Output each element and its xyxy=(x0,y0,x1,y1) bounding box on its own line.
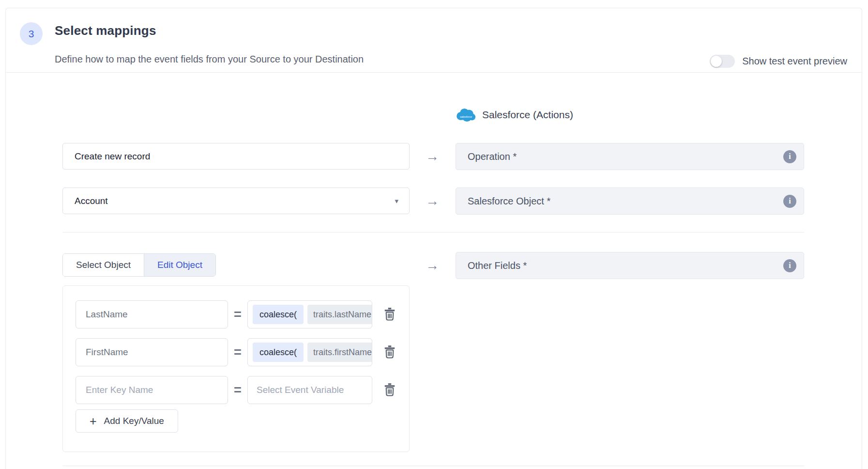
kv-row-empty: = xyxy=(63,376,409,404)
toggle-knob xyxy=(711,56,722,67)
mapping-arrow-icon: → xyxy=(420,149,444,164)
delete-row-button[interactable] xyxy=(382,307,397,322)
test-event-preview-toggle-row: Show test event preview xyxy=(710,55,847,68)
chevron-down-icon: ▾ xyxy=(395,197,398,205)
mappings-card: 3 Select mappings Define how to map the … xyxy=(5,8,862,469)
key-value-editor-panel: = coalesce( traits.lastName = coalesce( … xyxy=(62,285,410,452)
kv-row-firstname: = coalesce( traits.firstName xyxy=(63,338,409,366)
destination-name: Salesforce (Actions) xyxy=(482,109,573,121)
mapping-arrow-icon: → xyxy=(420,193,444,209)
object-select-value: Account xyxy=(75,196,108,206)
object-mode-tabs: Select Object Edit Object xyxy=(62,253,216,277)
event-variable-input[interactable] xyxy=(247,376,372,404)
plus-icon: + xyxy=(90,415,97,427)
action-name-input[interactable] xyxy=(62,143,410,170)
equals-icon: = xyxy=(228,338,247,366)
add-key-value-label: Add Key/Value xyxy=(104,416,164,426)
trash-icon xyxy=(383,383,396,396)
kv-row-lastname: = coalesce( traits.lastName xyxy=(63,300,409,328)
card-header: 3 Select mappings Define how to map the … xyxy=(6,8,862,73)
section-divider xyxy=(62,466,804,466)
equals-icon: = xyxy=(228,376,247,404)
key-name-input[interactable] xyxy=(76,338,228,366)
salesforce-logo-text: salesforce xyxy=(460,115,472,118)
key-name-input[interactable] xyxy=(76,300,228,328)
step-number-badge: 3 xyxy=(20,22,43,45)
salesforce-object-field[interactable]: Salesforce Object * i xyxy=(456,188,804,215)
tab-edit-object[interactable]: Edit Object xyxy=(144,254,215,276)
equals-icon: = xyxy=(228,300,247,328)
page-title: Select mappings xyxy=(55,23,156,38)
variable-chip[interactable]: traits.lastName xyxy=(307,305,372,324)
value-expression-box[interactable]: coalesce( traits.firstName xyxy=(247,338,372,366)
trash-icon xyxy=(383,345,396,359)
mapping-arrow-icon: → xyxy=(420,258,444,273)
key-name-input[interactable] xyxy=(76,376,228,404)
object-select[interactable]: Account ▾ xyxy=(62,188,410,214)
value-expression-box[interactable]: coalesce( traits.lastName xyxy=(247,300,372,328)
info-icon[interactable]: i xyxy=(783,150,796,163)
delete-row-button[interactable] xyxy=(382,345,397,360)
operation-field-label: Operation * xyxy=(468,151,517,162)
other-fields-field[interactable]: Other Fields * i xyxy=(456,252,804,279)
function-chip[interactable]: coalesce( xyxy=(253,343,304,362)
delete-row-button[interactable] xyxy=(382,383,397,397)
function-chip[interactable]: coalesce( xyxy=(253,305,304,324)
section-divider xyxy=(62,232,804,233)
test-event-preview-toggle[interactable] xyxy=(710,55,735,68)
salesforce-object-field-label: Salesforce Object * xyxy=(468,196,550,207)
add-key-value-button[interactable]: + Add Key/Value xyxy=(76,409,178,433)
trash-icon xyxy=(383,307,396,321)
info-icon[interactable]: i xyxy=(783,195,796,208)
tab-select-object[interactable]: Select Object xyxy=(63,254,144,276)
other-fields-field-label: Other Fields * xyxy=(468,260,527,271)
operation-field[interactable]: Operation * i xyxy=(456,143,804,170)
salesforce-logo-icon: salesforce xyxy=(456,108,476,122)
destination-header: salesforce Salesforce (Actions) xyxy=(456,108,573,122)
page-subtitle: Define how to map the event fields from … xyxy=(55,54,364,65)
info-icon[interactable]: i xyxy=(783,259,796,272)
toggle-label: Show test event preview xyxy=(742,56,847,67)
variable-chip[interactable]: traits.firstName xyxy=(307,343,372,362)
